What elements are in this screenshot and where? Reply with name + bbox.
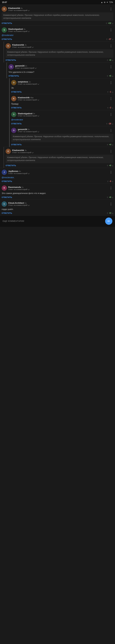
comment-menu-button[interactable]: ⋮ bbox=[109, 186, 113, 190]
avatar-initial: K bbox=[3, 8, 5, 10]
vote-down-button[interactable]: ↓ bbox=[112, 180, 113, 182]
mention: @moderator bbox=[2, 34, 13, 36]
vote-area: ↑ -1 ↓ bbox=[107, 90, 113, 93]
comment-list: K Kladowshik 6ч Ответ на комментарий ⋮ К… bbox=[0, 4, 115, 216]
comment-menu-button[interactable]: ⋮ bbox=[109, 97, 113, 100]
comment-username: owiplokos 1ч bbox=[18, 80, 107, 83]
vote-down-button[interactable]: ↓ bbox=[112, 59, 113, 62]
comment-menu-button[interactable]: ⋮ bbox=[109, 65, 113, 69]
avatar-initial: S bbox=[13, 113, 14, 116]
vote-down-button[interactable]: ↓ bbox=[112, 106, 113, 109]
reply-button[interactable]: ОТВЕТИТЬ bbox=[2, 38, 12, 40]
vote-down-button[interactable]: ↓ bbox=[112, 143, 113, 146]
comment-menu-button[interactable]: ⋮ bbox=[109, 7, 113, 11]
reply-to-label: Ответ на комментарий bbox=[12, 152, 31, 154]
vote-down-button[interactable]: ↓ bbox=[112, 196, 113, 198]
comment-menu-button[interactable]: ⋮ bbox=[109, 170, 113, 174]
comment-menu-button[interactable]: ⋮ bbox=[109, 81, 113, 84]
status-bar: 15:07 ▲ ⊛ ✦ 72% bbox=[0, 0, 115, 4]
chevron-down-icon[interactable] bbox=[37, 83, 39, 85]
vote-down-button[interactable]: ↓ bbox=[112, 122, 113, 125]
battery-icon: 72% bbox=[109, 1, 113, 4]
comment-actions: ОТВЕТИТЬ ↑ +4 ↓ bbox=[11, 143, 113, 146]
comment-username: genom34 2ч bbox=[18, 128, 107, 130]
vote-down-button[interactable]: ↓ bbox=[112, 22, 113, 24]
comment-item: K Kladowshik 46м Ответ на комментарий ⋮ … bbox=[9, 94, 115, 110]
vote-up-button[interactable]: ↑ bbox=[107, 106, 109, 109]
vote-down-button[interactable]: ↓ bbox=[112, 74, 113, 77]
reply-button[interactable]: ОТВЕТИТЬ bbox=[2, 196, 12, 198]
comment-header: R Ravemanufa 1ч Ответ на комментарий ⋮ bbox=[2, 186, 113, 191]
vote-up-button[interactable]: ↑ bbox=[107, 143, 108, 146]
comment-username: Sladostgadost 4ч bbox=[8, 28, 107, 30]
comment-reply-line: Ответ на комментарий bbox=[18, 83, 107, 85]
comment-meta: owiplokos 1ч Ответ на комментарий bbox=[18, 80, 107, 85]
comment-header: C Cloud.Architect 1ч Ответ на комментари… bbox=[2, 202, 113, 207]
reply-button[interactable]: ОТВЕТИТЬ bbox=[11, 144, 22, 146]
deleted-comment-text: Комментарий удален. Причина: Нарушение о… bbox=[5, 49, 113, 58]
avatar-initial: J bbox=[4, 171, 5, 174]
chevron-down-icon[interactable] bbox=[37, 114, 39, 116]
comment-menu-button[interactable]: ⋮ bbox=[109, 128, 113, 132]
vote-up-button[interactable]: ↑ bbox=[107, 196, 108, 198]
avatar: C bbox=[2, 202, 7, 207]
chevron-down-icon[interactable] bbox=[32, 46, 34, 48]
reply-button[interactable]: ОТВЕТИТЬ bbox=[11, 123, 22, 125]
avatar: S bbox=[11, 112, 16, 117]
vote-count: -26 bbox=[109, 122, 111, 125]
comment-menu-button[interactable]: ⋮ bbox=[109, 44, 113, 48]
vote-area: ↑ -2 ↓ bbox=[107, 106, 113, 109]
reply-button[interactable]: ОТВЕТИТЬ bbox=[11, 107, 22, 109]
vote-down-button[interactable]: ↓ bbox=[112, 164, 113, 167]
reply-button[interactable]: ОТВЕТИТЬ bbox=[5, 59, 16, 61]
comment-reply-line: Ответ на комментарий bbox=[18, 130, 107, 132]
reply-button[interactable]: ОТВЕТИТЬ bbox=[2, 212, 12, 214]
vote-up-button[interactable]: ↑ bbox=[107, 180, 109, 182]
comment-item: K Kladowshik 6ч Ответ на комментарий ⋮ К… bbox=[0, 4, 115, 26]
vote-up-button[interactable]: ↑ bbox=[107, 74, 108, 77]
chevron-down-icon[interactable] bbox=[28, 204, 30, 206]
vote-area: ↑ +6 ↓ bbox=[107, 164, 113, 167]
chevron-down-icon[interactable] bbox=[28, 30, 30, 32]
chevron-down-icon[interactable] bbox=[37, 130, 39, 132]
vote-up-button[interactable]: ↑ bbox=[106, 122, 108, 125]
vote-up-button[interactable]: ↑ bbox=[107, 59, 108, 62]
vote-down-button[interactable]: ↓ bbox=[112, 38, 113, 40]
reply-button[interactable]: ОТВЕТИТЬ bbox=[11, 91, 22, 93]
reply-button[interactable]: ОТВЕТИТЬ bbox=[2, 22, 12, 24]
comment-menu-button[interactable]: ⋮ bbox=[109, 28, 113, 32]
more-comments-button[interactable]: ЕЩЕ КОММЕНТАРИИ bbox=[3, 220, 24, 222]
comment-menu-button[interactable]: ⋮ bbox=[109, 150, 113, 153]
chevron-down-icon[interactable] bbox=[28, 172, 30, 174]
comment-item: J JayBones 4ч Ответ на комментарий ⋮ @mo… bbox=[0, 168, 115, 184]
comment-menu-button[interactable]: ⋮ bbox=[109, 202, 113, 206]
chevron-down-icon[interactable] bbox=[32, 151, 34, 153]
chevron-down-icon[interactable] bbox=[35, 67, 37, 69]
comment-actions: ОТВЕТИТЬ ↑ -6 ↓ bbox=[2, 180, 113, 182]
comment-menu-button[interactable]: ⋮ bbox=[109, 113, 113, 116]
comment-meta: genom34 2ч Ответ на комментарий bbox=[15, 64, 107, 69]
comment-body: гордо ушёл. bbox=[2, 208, 113, 211]
vote-up-button[interactable]: ↑ bbox=[107, 90, 109, 93]
comment-body: Что удалили в 2x словах? bbox=[8, 70, 113, 74]
chevron-down-icon[interactable] bbox=[37, 99, 39, 100]
vote-up-button[interactable]: ↑ bbox=[106, 22, 107, 24]
vote-count: -2 bbox=[110, 106, 111, 109]
chevron-down-icon[interactable] bbox=[28, 188, 30, 190]
comment-item: O owiplokos 1ч Ответ на комментарий ⋮ Эх… bbox=[9, 78, 115, 94]
reply-button[interactable]: ОТВЕТИТЬ bbox=[8, 75, 19, 77]
vote-up-button[interactable]: ↑ bbox=[106, 38, 108, 40]
deleted-comment-text: Комментарий удален. Причина: Нарушение о… bbox=[5, 154, 113, 163]
comment-body: @moderator bbox=[2, 34, 113, 37]
vote-down-button[interactable]: ↓ bbox=[112, 90, 113, 93]
vote-up-button[interactable]: ↑ bbox=[107, 212, 108, 214]
vote-area: ↑ +6 ↓ bbox=[107, 196, 113, 198]
vote-up-button[interactable]: ↑ bbox=[107, 164, 108, 167]
compose-button[interactable]: ✏ bbox=[105, 218, 112, 225]
reply-button[interactable]: ОТВЕТИТЬ bbox=[5, 164, 16, 166]
chevron-down-icon[interactable] bbox=[28, 9, 30, 11]
comment-username: Kladowshik 6ч bbox=[8, 7, 107, 10]
reply-button[interactable]: ОТВЕТИТЬ bbox=[2, 180, 12, 182]
comment-username: Kladowshik 3ч bbox=[12, 44, 107, 46]
vote-down-button[interactable]: ↓ bbox=[112, 212, 113, 214]
